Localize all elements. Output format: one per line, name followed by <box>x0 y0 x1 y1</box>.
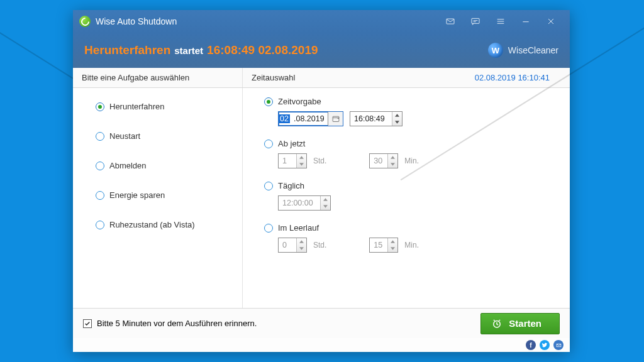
app-icon <box>79 16 91 27</box>
time-option-label: Ab jetzt <box>278 139 305 148</box>
date-day-segment[interactable] <box>279 114 290 123</box>
time-daily-radio[interactable]: Täglich <box>264 181 557 190</box>
spin-up-icon[interactable] <box>392 112 402 119</box>
time-fromnow-radio[interactable]: Ab jetzt <box>264 139 557 148</box>
twitter-icon[interactable] <box>540 340 550 350</box>
svg-rect-0 <box>447 19 454 24</box>
time-header: Zeitauswahl <box>252 73 295 82</box>
tasks-header: Bitte eine Aufgabe auswählen <box>73 68 243 87</box>
task-label: Neustart <box>109 131 140 141</box>
brand-link[interactable]: W WiseCleaner <box>488 43 558 58</box>
alarm-icon <box>491 318 502 329</box>
app-title: Wise Auto Shutdown <box>96 16 177 26</box>
task-logoff[interactable]: Abmelden <box>96 161 231 170</box>
feedback-icon[interactable] <box>463 10 488 33</box>
mins-unit: Min. <box>404 156 419 165</box>
reminder-label: Bitte 5 Minuten vor dem Ausführen erinne… <box>97 319 257 328</box>
time-spinner[interactable] <box>392 112 402 126</box>
mins-value[interactable] <box>370 154 387 168</box>
status-verb: startet <box>174 45 203 56</box>
spin-up-icon[interactable] <box>388 154 397 161</box>
hours-spinner[interactable] <box>296 238 306 252</box>
spin-up-icon[interactable] <box>321 196 330 203</box>
task-hibernate[interactable]: Ruhezustand (ab Vista) <box>96 220 231 229</box>
hours-unit: Std. <box>313 241 326 250</box>
spin-down-icon[interactable] <box>297 161 306 168</box>
hours-spinner[interactable] <box>296 154 306 168</box>
column-headers: Bitte eine Aufgabe auswählen Zeitauswahl… <box>73 68 570 88</box>
time-idle-group: Im Leerlauf Std. Min. <box>264 223 557 253</box>
time-option-label: Im Leerlauf <box>278 223 319 233</box>
spin-down-icon[interactable] <box>392 119 402 126</box>
footer: Bitte 5 Minuten vor dem Ausführen erinne… <box>73 308 570 338</box>
fromnow-mins-input[interactable] <box>369 153 398 168</box>
svg-rect-2 <box>333 116 339 121</box>
radio-icon <box>96 221 104 229</box>
status-action: Herunterfahren <box>84 43 170 57</box>
task-shutdown[interactable]: Herunterfahren <box>96 102 231 111</box>
task-label: Herunterfahren <box>109 102 164 111</box>
spin-down-icon[interactable] <box>388 161 397 168</box>
radio-icon <box>96 102 104 111</box>
brand-logo-icon: W <box>488 43 503 58</box>
status-bar: Herunterfahren startet 16:08:49 02.08.20… <box>73 33 570 68</box>
date-rest-segment[interactable] <box>290 114 328 123</box>
reminder-checkbox[interactable] <box>83 319 92 328</box>
radio-icon <box>264 97 273 106</box>
time-fromnow-group: Ab jetzt Std. Min. <box>264 139 557 168</box>
time-options: Zeitvorgabe Ab jetzt Std. <box>243 88 570 308</box>
titlebar: Wise Auto Shutdown <box>73 10 570 33</box>
app-window: Wise Auto Shutdown Herunterfahren starte… <box>73 10 570 352</box>
radio-icon <box>96 191 104 200</box>
fromnow-hours-input[interactable] <box>278 153 307 168</box>
daily-time-input[interactable] <box>278 195 331 211</box>
radio-icon <box>96 132 104 141</box>
time-input[interactable] <box>350 111 402 126</box>
task-restart[interactable]: Neustart <box>96 131 231 141</box>
hours-value[interactable] <box>279 154 296 168</box>
status-time: 16:08:49 02.08.2019 <box>207 43 318 57</box>
svg-rect-1 <box>472 18 479 23</box>
calendar-dropdown-icon[interactable] <box>328 112 343 126</box>
radio-icon <box>264 140 273 148</box>
date-input[interactable] <box>278 111 343 126</box>
social-bar: f <box>73 338 570 352</box>
time-option-label: Zeitvorgabe <box>278 97 321 106</box>
menu-icon[interactable] <box>488 10 513 33</box>
brand-label: WiseCleaner <box>508 45 558 55</box>
current-clock: 02.08.2019 16:10:41 <box>475 73 561 82</box>
task-label: Ruhezustand (ab Vista) <box>109 220 195 229</box>
close-icon[interactable] <box>538 10 564 33</box>
daily-time-value[interactable] <box>279 196 320 210</box>
time-daily-group: Täglich <box>264 181 557 211</box>
mins-spinner[interactable] <box>387 238 397 252</box>
spin-down-icon[interactable] <box>297 245 306 252</box>
spin-up-icon[interactable] <box>297 154 306 161</box>
hours-unit: Std. <box>313 156 326 165</box>
spin-down-icon[interactable] <box>388 245 397 252</box>
time-specified-radio[interactable]: Zeitvorgabe <box>264 97 557 106</box>
time-value[interactable] <box>350 112 392 126</box>
start-label: Starten <box>509 318 541 329</box>
mail-social-icon[interactable] <box>553 340 564 350</box>
mins-spinner[interactable] <box>387 154 397 168</box>
task-energy[interactable]: Energie sparen <box>96 190 231 200</box>
radio-icon <box>96 162 104 170</box>
task-label: Abmelden <box>109 161 147 170</box>
idle-hours-input[interactable] <box>278 238 307 253</box>
spin-up-icon[interactable] <box>388 238 397 245</box>
task-label: Energie sparen <box>109 190 165 200</box>
time-idle-radio[interactable]: Im Leerlauf <box>264 223 557 233</box>
spin-up-icon[interactable] <box>297 238 306 245</box>
daily-spinner[interactable] <box>320 196 330 210</box>
hours-value[interactable] <box>279 238 296 252</box>
idle-mins-input[interactable] <box>369 238 398 253</box>
start-button[interactable]: Starten <box>480 313 560 334</box>
radio-icon <box>264 224 273 233</box>
mail-icon[interactable] <box>438 10 463 33</box>
facebook-icon[interactable]: f <box>526 340 536 350</box>
spin-down-icon[interactable] <box>321 203 330 210</box>
minimize-icon[interactable] <box>513 10 538 33</box>
time-option-label: Täglich <box>278 181 304 190</box>
mins-value[interactable] <box>370 238 387 252</box>
